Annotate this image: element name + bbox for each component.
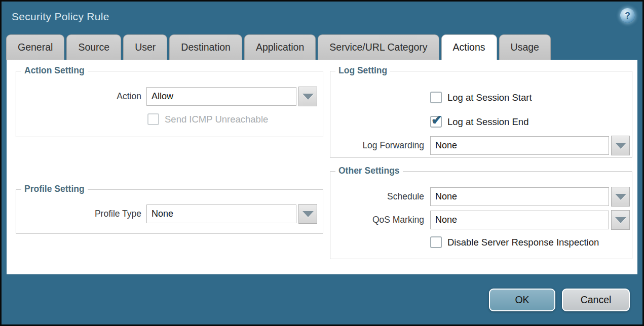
log-at-session-end-checkbox[interactable]: ✔: [430, 116, 442, 128]
tab-application[interactable]: Application: [244, 34, 316, 60]
action-label: Action: [16, 91, 141, 102]
chevron-down-icon: [615, 217, 626, 223]
action-value: Allow: [151, 91, 173, 102]
tab-user[interactable]: User: [123, 34, 167, 60]
log-at-session-end-label: Log at Session End: [447, 116, 528, 128]
schedule-dropdown[interactable]: None: [430, 187, 609, 206]
log-setting-group: Log Setting ✔ Log at Session Start ✔ Log…: [330, 71, 632, 158]
tab-actions[interactable]: Actions: [441, 34, 497, 60]
other-settings-group: Other Settings Schedule None QoS Marking…: [330, 171, 632, 259]
chevron-down-icon: [302, 211, 314, 217]
qos-marking-dropdown-button[interactable]: [611, 210, 630, 230]
disable-server-response-inspection-label: Disable Server Response Inspection: [447, 237, 599, 248]
send-icmp-unreachable-row: ✔ Send ICMP Unreachable: [147, 113, 268, 125]
qos-marking-label: QoS Marking: [330, 215, 424, 225]
check-icon: ✔: [431, 113, 442, 127]
tab-usage[interactable]: Usage: [499, 34, 551, 60]
action-setting-legend: Action Setting: [21, 65, 88, 76]
cancel-button[interactable]: Cancel: [562, 289, 630, 311]
help-icon[interactable]: ?: [620, 8, 635, 23]
profile-type-dropdown[interactable]: None: [146, 205, 296, 223]
tab-source[interactable]: Source: [66, 34, 121, 60]
action-dropdown-button[interactable]: [298, 87, 317, 106]
profile-type-value: None: [151, 209, 173, 219]
log-forwarding-label: Log Forwarding: [330, 140, 424, 151]
chevron-down-icon: [302, 94, 314, 100]
profile-type-dropdown-button[interactable]: [298, 204, 317, 224]
qos-marking-value: None: [435, 215, 457, 225]
titlebar: Security Policy Rule ?: [2, 2, 642, 32]
log-session-start-row: ✔ Log at Session Start: [430, 92, 532, 103]
log-forwarding-dropdown[interactable]: None: [430, 136, 609, 155]
tab-general[interactable]: General: [6, 34, 64, 60]
schedule-value: None: [435, 191, 457, 202]
dsri-row: ✔ Disable Server Response Inspection: [430, 236, 599, 248]
other-settings-legend: Other Settings: [335, 166, 403, 176]
security-policy-rule-dialog: Security Policy Rule ? General Source Us…: [0, 0, 644, 326]
log-session-end-row: ✔ Log at Session End: [430, 116, 528, 128]
actions-tab-panel: Action Setting Action Allow ✔ Send ICMP …: [7, 60, 637, 274]
log-forwarding-dropdown-button[interactable]: [611, 136, 630, 155]
tab-destination[interactable]: Destination: [169, 34, 242, 60]
tab-strip: General Source User Destination Applicat…: [2, 32, 642, 60]
tab-service-url-category[interactable]: Service/URL Category: [318, 34, 439, 60]
chevron-down-icon: [615, 194, 626, 200]
profile-type-label: Profile Type: [16, 209, 141, 219]
chevron-down-icon: [615, 143, 626, 149]
qos-marking-dropdown[interactable]: None: [430, 211, 609, 229]
dialog-title: Security Policy Rule: [12, 11, 109, 23]
schedule-dropdown-button[interactable]: [611, 187, 630, 207]
send-icmp-unreachable-label: Send ICMP Unreachable: [165, 114, 268, 125]
action-dropdown[interactable]: Allow: [146, 87, 296, 106]
profile-setting-legend: Profile Setting: [21, 184, 88, 194]
question-mark-icon: ?: [625, 11, 630, 20]
log-at-session-start-checkbox[interactable]: ✔: [430, 92, 442, 103]
disable-server-response-inspection-checkbox[interactable]: ✔: [430, 236, 442, 248]
dialog-footer: OK Cancel: [2, 274, 642, 311]
log-forwarding-value: None: [435, 140, 457, 151]
action-setting-group: Action Setting Action Allow ✔ Send ICMP …: [16, 71, 323, 137]
profile-setting-group: Profile Setting Profile Type None: [16, 189, 323, 234]
ok-button[interactable]: OK: [489, 289, 555, 311]
log-setting-legend: Log Setting: [335, 65, 390, 76]
send-icmp-unreachable-checkbox: ✔: [147, 113, 159, 125]
log-at-session-start-label: Log at Session Start: [447, 92, 532, 103]
schedule-label: Schedule: [330, 191, 424, 202]
